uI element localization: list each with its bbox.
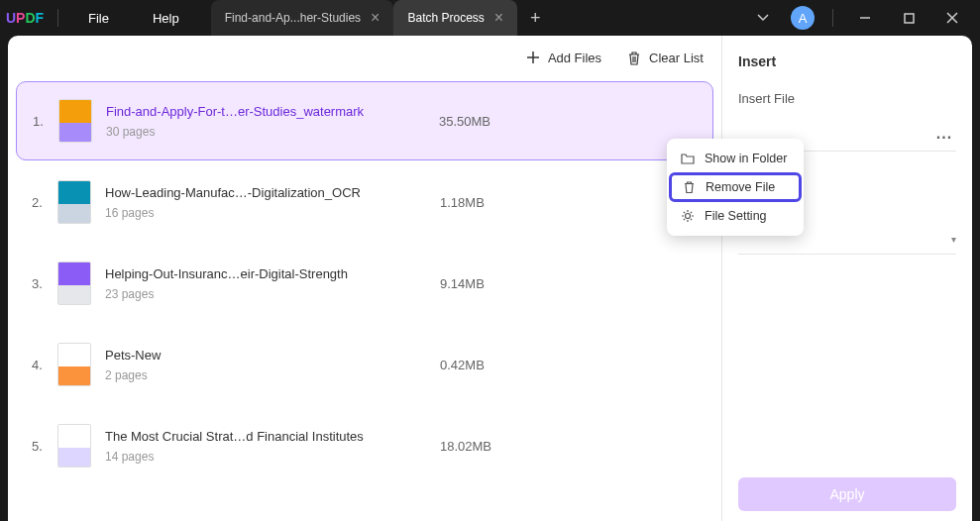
file-pages: 16 pages [105,206,440,220]
trash-icon [683,180,696,194]
file-name: Find-and-Apply-For-t…er-Studies_watermar… [106,104,439,119]
file-thumbnail [57,343,91,386]
close-button[interactable] [932,0,972,36]
file-row[interactable]: 4. Pets-New 2 pages 0.42MB [16,325,713,404]
apply-button[interactable]: Apply [738,477,956,511]
main-content: Add Files Clear List 1. Find-and-Apply-F… [8,36,972,521]
row-number: 5. [32,439,57,454]
file-toolbar: Add Files Clear List [8,36,721,79]
tab-strip: Find-and-Ap...her-Studies × Batch Proces… [211,0,553,36]
file-size: 35.50MB [439,114,538,129]
side-panel: Insert Insert File ... ▾ Apply [722,36,972,521]
file-list: 1. Find-and-Apply-For-t…er-Studies_water… [8,79,721,521]
menu-help[interactable]: Help [131,11,201,26]
svg-point-2 [686,214,691,219]
file-row[interactable]: 2. How-Leading-Manufac…-Digitalization_O… [16,162,713,242]
ctx-remove-file[interactable]: Remove File [669,172,802,202]
file-name: Helping-Out-Insuranc…eir-Digital-Strengt… [105,266,440,281]
tab-label: Batch Process [407,11,484,25]
avatar[interactable]: A [791,6,815,30]
file-size: 18.02MB [440,439,539,454]
file-name: How-Leading-Manufac…-Digitalization_OCR [105,185,440,200]
file-size: 0.42MB [440,358,539,372]
file-pages: 23 pages [105,287,440,301]
chevron-down-icon: ▾ [951,234,956,245]
file-thumbnail [57,180,91,224]
tab-batch-process[interactable]: Batch Process × [393,0,517,36]
divider [832,9,833,27]
tab-label: Find-and-Ap...her-Studies [225,11,361,25]
file-pages: 14 pages [105,450,440,464]
row-number: 2. [32,195,57,210]
folder-icon [681,153,695,164]
svg-rect-1 [905,14,914,23]
divider [57,9,58,27]
file-row[interactable]: 1. Find-and-Apply-For-t…er-Studies_water… [16,81,713,160]
file-name: Pets-New [105,348,440,363]
file-panel: Add Files Clear List 1. Find-and-Apply-F… [8,36,722,521]
add-files-label: Add Files [548,51,601,65]
clear-list-button[interactable]: Clear List [627,51,704,65]
ctx-file-setting[interactable]: File Setting [667,202,804,230]
row-number: 1. [33,114,58,129]
row-number: 4. [32,358,57,372]
file-name: The Most Crucial Strat…d Financial Insti… [105,429,440,444]
file-thumbnail [58,99,92,143]
context-menu: Show in Folder Remove File File Setting [667,139,804,236]
insert-file-label: Insert File [738,91,956,106]
add-files-button[interactable]: Add Files [526,51,601,65]
ctx-show-in-folder[interactable]: Show in Folder [667,145,804,172]
file-pages: 30 pages [106,125,439,139]
clear-list-label: Clear List [649,51,704,65]
maximize-button[interactable] [889,0,928,36]
file-thumbnail [57,261,91,305]
file-row[interactable]: 5. The Most Crucial Strat…d Financial In… [16,406,713,485]
row-number: 3. [32,276,57,291]
app-logo: UPDF [0,10,50,26]
panel-title: Insert [738,53,956,69]
trash-icon [627,51,641,65]
file-size: 1.18MB [440,195,539,210]
tab-document[interactable]: Find-and-Ap...her-Studies × [211,0,394,36]
close-icon[interactable]: × [371,9,380,27]
file-thumbnail [57,424,91,468]
browse-button[interactable]: ... [932,125,956,143]
close-icon[interactable]: × [494,9,503,27]
gear-icon [681,209,695,223]
add-tab-button[interactable]: + [517,0,553,36]
file-size: 9.14MB [440,276,539,291]
titlebar: UPDF File Help Find-and-Ap...her-Studies… [0,0,980,36]
file-pages: 2 pages [105,368,440,382]
file-row[interactable]: 3. Helping-Out-Insuranc…eir-Digital-Stre… [16,244,713,323]
minimize-button[interactable] [845,0,885,36]
menu-file[interactable]: File [66,11,131,26]
chevron-down-icon[interactable] [745,0,781,36]
plus-icon [526,51,540,64]
